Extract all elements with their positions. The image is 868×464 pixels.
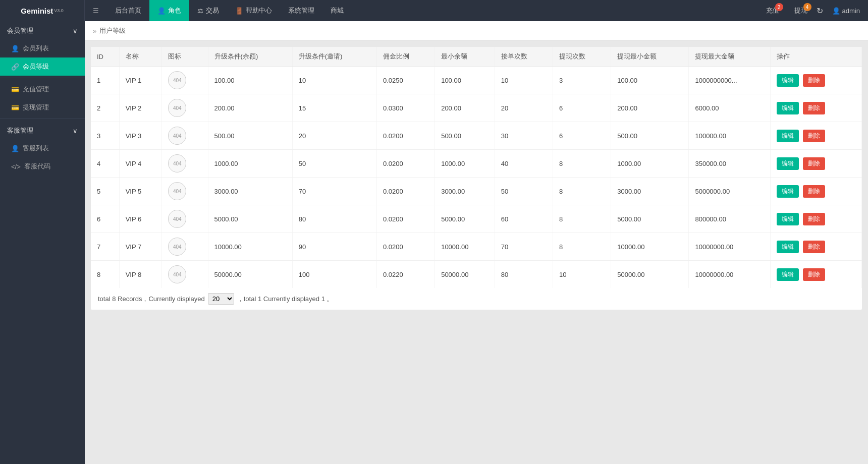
sidebar-item-cs-code[interactable]: </> 客服代码 xyxy=(0,157,85,176)
refresh-button[interactable]: ↻ xyxy=(817,6,823,16)
card-icon: 💳 xyxy=(11,86,19,93)
cell-upgrade-balance: 50000.00 xyxy=(208,261,292,288)
delete-button[interactable]: 删除 xyxy=(803,157,825,170)
vip-icon: 404 xyxy=(168,265,186,283)
cell-id: 6 xyxy=(91,205,119,233)
nav-transaction[interactable]: ⚖ 交易 xyxy=(189,0,227,21)
sidebar-item-cs-list[interactable]: 👤 客服列表 xyxy=(0,139,85,157)
delete-button[interactable]: 删除 xyxy=(803,241,825,253)
col-action: 操作 xyxy=(771,47,862,67)
nav-system[interactable]: 系统管理 xyxy=(280,0,322,21)
recharge-button[interactable]: 充值 2 xyxy=(766,6,779,15)
edit-button[interactable]: 编辑 xyxy=(777,268,799,281)
edit-button[interactable]: 编辑 xyxy=(777,102,799,114)
cell-id: 2 xyxy=(91,94,119,122)
cell-name: VIP 2 xyxy=(119,94,162,122)
cell-upgrade-balance: 500.00 xyxy=(208,122,292,150)
chevron-down-icon-cs: ∨ xyxy=(73,127,78,135)
delete-button[interactable]: 删除 xyxy=(803,213,825,225)
user-profile[interactable]: 👤 admin xyxy=(832,7,860,15)
brand: GeministV3.0 xyxy=(0,0,85,21)
nav-help[interactable]: 🚪 帮助中心 xyxy=(227,0,280,21)
cell-id: 8 xyxy=(91,261,119,288)
cell-withdraw-count: 10 xyxy=(553,261,611,288)
cell-order-count: 10 xyxy=(495,67,553,94)
nav-menu-toggle[interactable]: ☰ xyxy=(85,0,107,21)
cs-person-icon: 👤 xyxy=(11,145,19,152)
cell-withdraw-min: 200.00 xyxy=(611,94,689,122)
sidebar: 会员管理 ∨ 👤 会员列表 🔗 会员等级 💳 充值管理 💳 提现管理 客服管理 … xyxy=(0,21,85,464)
delete-button[interactable]: 删除 xyxy=(803,130,825,142)
vip-icon: 404 xyxy=(168,182,186,200)
table-body: 1 VIP 1 404 100.00 10 0.0250 100.00 10 3… xyxy=(91,67,862,288)
delete-button[interactable]: 删除 xyxy=(803,268,825,281)
nav-role[interactable]: 👤 角色 xyxy=(149,0,189,21)
cell-icon: 404 xyxy=(162,150,208,178)
edit-button[interactable]: 编辑 xyxy=(777,130,799,142)
sidebar-item-member-list[interactable]: 👤 会员列表 xyxy=(0,39,85,57)
page-size-select[interactable]: 10 20 50 100 xyxy=(208,293,234,305)
cell-commission: 0.0200 xyxy=(376,233,435,261)
cell-icon: 404 xyxy=(162,94,208,122)
cell-action: 编辑 删除 xyxy=(771,233,862,261)
cell-withdraw-count: 8 xyxy=(553,233,611,261)
cell-order-count: 50 xyxy=(495,178,553,205)
delete-button[interactable]: 删除 xyxy=(803,102,825,114)
sidebar-item-withdraw-mgmt[interactable]: 💳 提现管理 xyxy=(0,98,85,117)
cell-icon: 404 xyxy=(162,67,208,94)
cell-name: VIP 5 xyxy=(119,178,162,205)
cell-withdraw-count: 8 xyxy=(553,178,611,205)
cell-upgrade-invite: 20 xyxy=(292,122,376,150)
cell-withdraw-min: 5000.00 xyxy=(611,205,689,233)
breadcrumb: 用户等级 xyxy=(99,26,126,35)
col-upgrade-balance: 升级条件(余额) xyxy=(208,47,292,67)
cell-commission: 0.0200 xyxy=(376,205,435,233)
cell-action: 编辑 删除 xyxy=(771,205,862,233)
code-icon: </> xyxy=(11,163,21,170)
edit-button[interactable]: 编辑 xyxy=(777,157,799,170)
col-upgrade-invite: 升级条件(邀请) xyxy=(292,47,376,67)
cell-min-balance: 10000.00 xyxy=(435,233,495,261)
vip-icon: 404 xyxy=(168,154,186,172)
cell-withdraw-min: 3000.00 xyxy=(611,178,689,205)
col-order-count: 接单次数 xyxy=(495,47,553,67)
nav-right: 充值 2 提现 4 ↻ 👤 admin xyxy=(766,6,868,16)
cell-withdraw-max: 10000000.00 xyxy=(689,233,771,261)
cell-name: VIP 6 xyxy=(119,205,162,233)
nav-dashboard[interactable]: 后台首页 xyxy=(107,0,149,21)
table-row: 6 VIP 6 404 5000.00 80 0.0200 5000.00 60… xyxy=(91,205,862,233)
sidebar-section-customer-service[interactable]: 客服管理 ∨ xyxy=(0,121,85,139)
cell-upgrade-balance: 200.00 xyxy=(208,94,292,122)
cell-id: 1 xyxy=(91,67,119,94)
edit-button[interactable]: 编辑 xyxy=(777,74,799,87)
cell-min-balance: 500.00 xyxy=(435,122,495,150)
sidebar-item-recharge-mgmt[interactable]: 💳 充值管理 xyxy=(0,80,85,98)
vip-icon: 404 xyxy=(168,71,186,89)
edit-button[interactable]: 编辑 xyxy=(777,185,799,198)
page-header: 用户等级 xyxy=(85,21,868,41)
nav-mall[interactable]: 商城 xyxy=(322,0,352,21)
cell-upgrade-balance: 1000.00 xyxy=(208,150,292,178)
cell-upgrade-balance: 100.00 xyxy=(208,67,292,94)
delete-button[interactable]: 删除 xyxy=(803,185,825,198)
cell-withdraw-max: 6000.00 xyxy=(689,94,771,122)
table-row: 5 VIP 5 404 3000.00 70 0.0200 3000.00 50… xyxy=(91,178,862,205)
col-commission: 佣金比例 xyxy=(376,47,435,67)
cell-commission: 0.0220 xyxy=(376,261,435,288)
sidebar-section-member-mgmt[interactable]: 会员管理 ∨ xyxy=(0,21,85,39)
cs-label: 客服管理 xyxy=(7,126,33,135)
table-row: 8 VIP 8 404 50000.00 100 0.0220 50000.00… xyxy=(91,261,862,288)
cell-id: 4 xyxy=(91,150,119,178)
edit-button[interactable]: 编辑 xyxy=(777,213,799,225)
delete-button[interactable]: 删除 xyxy=(803,74,825,87)
cell-action: 编辑 删除 xyxy=(771,150,862,178)
content-area: 用户等级 ID 名称 图标 升级条件(余额) 升级条件(邀请) 佣金比例 最小余… xyxy=(85,21,868,464)
cell-upgrade-invite: 15 xyxy=(292,94,376,122)
edit-button[interactable]: 编辑 xyxy=(777,241,799,253)
user-icon: 👤 xyxy=(832,7,840,15)
cell-upgrade-balance: 10000.00 xyxy=(208,233,292,261)
cell-commission: 0.0200 xyxy=(376,150,435,178)
withdraw-button[interactable]: 提现 4 xyxy=(794,6,807,15)
col-name: 名称 xyxy=(119,47,162,67)
sidebar-item-member-level[interactable]: 🔗 会员等级 xyxy=(0,57,85,76)
